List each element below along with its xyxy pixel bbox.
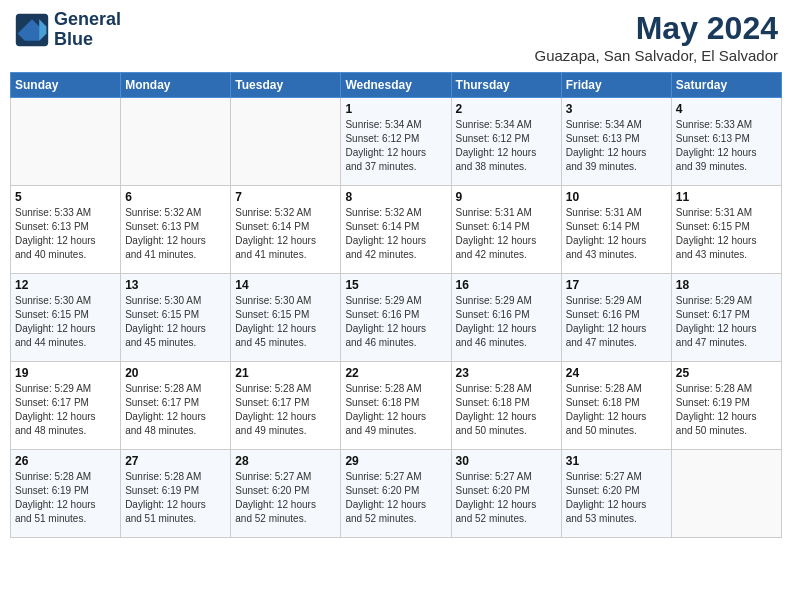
day-number: 29: [345, 454, 446, 468]
day-info: Sunrise: 5:29 AM Sunset: 6:16 PM Dayligh…: [456, 294, 557, 350]
day-info: Sunrise: 5:27 AM Sunset: 6:20 PM Dayligh…: [456, 470, 557, 526]
day-number: 31: [566, 454, 667, 468]
calendar-cell: 31Sunrise: 5:27 AM Sunset: 6:20 PM Dayli…: [561, 450, 671, 538]
logo: General Blue: [14, 10, 121, 50]
day-number: 19: [15, 366, 116, 380]
calendar-cell: 24Sunrise: 5:28 AM Sunset: 6:18 PM Dayli…: [561, 362, 671, 450]
calendar-cell: 4Sunrise: 5:33 AM Sunset: 6:13 PM Daylig…: [671, 98, 781, 186]
day-number: 3: [566, 102, 667, 116]
day-number: 4: [676, 102, 777, 116]
calendar-week-row: 5Sunrise: 5:33 AM Sunset: 6:13 PM Daylig…: [11, 186, 782, 274]
calendar-cell: [121, 98, 231, 186]
calendar-cell: 2Sunrise: 5:34 AM Sunset: 6:12 PM Daylig…: [451, 98, 561, 186]
day-info: Sunrise: 5:29 AM Sunset: 6:16 PM Dayligh…: [345, 294, 446, 350]
day-info: Sunrise: 5:28 AM Sunset: 6:17 PM Dayligh…: [125, 382, 226, 438]
day-number: 18: [676, 278, 777, 292]
day-info: Sunrise: 5:27 AM Sunset: 6:20 PM Dayligh…: [566, 470, 667, 526]
day-info: Sunrise: 5:34 AM Sunset: 6:13 PM Dayligh…: [566, 118, 667, 174]
calendar-cell: 25Sunrise: 5:28 AM Sunset: 6:19 PM Dayli…: [671, 362, 781, 450]
calendar-cell: [231, 98, 341, 186]
calendar-week-row: 19Sunrise: 5:29 AM Sunset: 6:17 PM Dayli…: [11, 362, 782, 450]
day-info: Sunrise: 5:31 AM Sunset: 6:14 PM Dayligh…: [456, 206, 557, 262]
calendar-cell: 5Sunrise: 5:33 AM Sunset: 6:13 PM Daylig…: [11, 186, 121, 274]
calendar-cell: 27Sunrise: 5:28 AM Sunset: 6:19 PM Dayli…: [121, 450, 231, 538]
title-block: May 2024 Guazapa, San Salvador, El Salva…: [535, 10, 779, 64]
calendar-cell: 30Sunrise: 5:27 AM Sunset: 6:20 PM Dayli…: [451, 450, 561, 538]
calendar-cell: 1Sunrise: 5:34 AM Sunset: 6:12 PM Daylig…: [341, 98, 451, 186]
weekday-header: Wednesday: [341, 73, 451, 98]
day-info: Sunrise: 5:28 AM Sunset: 6:19 PM Dayligh…: [15, 470, 116, 526]
day-info: Sunrise: 5:32 AM Sunset: 6:14 PM Dayligh…: [235, 206, 336, 262]
calendar-cell: 7Sunrise: 5:32 AM Sunset: 6:14 PM Daylig…: [231, 186, 341, 274]
day-number: 14: [235, 278, 336, 292]
day-info: Sunrise: 5:28 AM Sunset: 6:18 PM Dayligh…: [345, 382, 446, 438]
day-info: Sunrise: 5:28 AM Sunset: 6:17 PM Dayligh…: [235, 382, 336, 438]
day-number: 24: [566, 366, 667, 380]
day-number: 8: [345, 190, 446, 204]
day-info: Sunrise: 5:34 AM Sunset: 6:12 PM Dayligh…: [456, 118, 557, 174]
day-info: Sunrise: 5:28 AM Sunset: 6:18 PM Dayligh…: [456, 382, 557, 438]
weekday-header: Friday: [561, 73, 671, 98]
day-info: Sunrise: 5:31 AM Sunset: 6:14 PM Dayligh…: [566, 206, 667, 262]
calendar-cell: 23Sunrise: 5:28 AM Sunset: 6:18 PM Dayli…: [451, 362, 561, 450]
day-info: Sunrise: 5:34 AM Sunset: 6:12 PM Dayligh…: [345, 118, 446, 174]
day-number: 23: [456, 366, 557, 380]
day-info: Sunrise: 5:32 AM Sunset: 6:14 PM Dayligh…: [345, 206, 446, 262]
day-info: Sunrise: 5:32 AM Sunset: 6:13 PM Dayligh…: [125, 206, 226, 262]
day-number: 15: [345, 278, 446, 292]
day-number: 17: [566, 278, 667, 292]
calendar-table: SundayMondayTuesdayWednesdayThursdayFrid…: [10, 72, 782, 538]
day-info: Sunrise: 5:30 AM Sunset: 6:15 PM Dayligh…: [235, 294, 336, 350]
day-number: 6: [125, 190, 226, 204]
day-number: 1: [345, 102, 446, 116]
weekday-header: Tuesday: [231, 73, 341, 98]
day-info: Sunrise: 5:27 AM Sunset: 6:20 PM Dayligh…: [345, 470, 446, 526]
day-number: 16: [456, 278, 557, 292]
day-number: 25: [676, 366, 777, 380]
calendar-cell: 3Sunrise: 5:34 AM Sunset: 6:13 PM Daylig…: [561, 98, 671, 186]
day-number: 27: [125, 454, 226, 468]
calendar-cell: 26Sunrise: 5:28 AM Sunset: 6:19 PM Dayli…: [11, 450, 121, 538]
calendar-cell: 13Sunrise: 5:30 AM Sunset: 6:15 PM Dayli…: [121, 274, 231, 362]
day-number: 28: [235, 454, 336, 468]
location-title: Guazapa, San Salvador, El Salvador: [535, 47, 779, 64]
day-info: Sunrise: 5:28 AM Sunset: 6:18 PM Dayligh…: [566, 382, 667, 438]
weekday-header: Sunday: [11, 73, 121, 98]
calendar-week-row: 12Sunrise: 5:30 AM Sunset: 6:15 PM Dayli…: [11, 274, 782, 362]
day-number: 2: [456, 102, 557, 116]
day-number: 26: [15, 454, 116, 468]
weekday-header: Saturday: [671, 73, 781, 98]
calendar-cell: [11, 98, 121, 186]
day-info: Sunrise: 5:29 AM Sunset: 6:17 PM Dayligh…: [676, 294, 777, 350]
day-info: Sunrise: 5:31 AM Sunset: 6:15 PM Dayligh…: [676, 206, 777, 262]
calendar-cell: 9Sunrise: 5:31 AM Sunset: 6:14 PM Daylig…: [451, 186, 561, 274]
calendar-cell: 12Sunrise: 5:30 AM Sunset: 6:15 PM Dayli…: [11, 274, 121, 362]
day-info: Sunrise: 5:30 AM Sunset: 6:15 PM Dayligh…: [125, 294, 226, 350]
page-header: General Blue May 2024 Guazapa, San Salva…: [10, 10, 782, 64]
day-number: 9: [456, 190, 557, 204]
calendar-cell: 21Sunrise: 5:28 AM Sunset: 6:17 PM Dayli…: [231, 362, 341, 450]
calendar-cell: 20Sunrise: 5:28 AM Sunset: 6:17 PM Dayli…: [121, 362, 231, 450]
calendar-cell: 15Sunrise: 5:29 AM Sunset: 6:16 PM Dayli…: [341, 274, 451, 362]
calendar-cell: 6Sunrise: 5:32 AM Sunset: 6:13 PM Daylig…: [121, 186, 231, 274]
day-info: Sunrise: 5:29 AM Sunset: 6:17 PM Dayligh…: [15, 382, 116, 438]
calendar-cell: 22Sunrise: 5:28 AM Sunset: 6:18 PM Dayli…: [341, 362, 451, 450]
day-number: 20: [125, 366, 226, 380]
calendar-cell: 11Sunrise: 5:31 AM Sunset: 6:15 PM Dayli…: [671, 186, 781, 274]
day-number: 7: [235, 190, 336, 204]
calendar-cell: [671, 450, 781, 538]
calendar-week-row: 26Sunrise: 5:28 AM Sunset: 6:19 PM Dayli…: [11, 450, 782, 538]
weekday-header: Thursday: [451, 73, 561, 98]
calendar-cell: 16Sunrise: 5:29 AM Sunset: 6:16 PM Dayli…: [451, 274, 561, 362]
day-number: 5: [15, 190, 116, 204]
calendar-cell: 28Sunrise: 5:27 AM Sunset: 6:20 PM Dayli…: [231, 450, 341, 538]
logo-icon: [14, 12, 50, 48]
day-number: 11: [676, 190, 777, 204]
day-info: Sunrise: 5:30 AM Sunset: 6:15 PM Dayligh…: [15, 294, 116, 350]
calendar-cell: 17Sunrise: 5:29 AM Sunset: 6:16 PM Dayli…: [561, 274, 671, 362]
day-number: 13: [125, 278, 226, 292]
calendar-cell: 19Sunrise: 5:29 AM Sunset: 6:17 PM Dayli…: [11, 362, 121, 450]
day-info: Sunrise: 5:27 AM Sunset: 6:20 PM Dayligh…: [235, 470, 336, 526]
calendar-cell: 8Sunrise: 5:32 AM Sunset: 6:14 PM Daylig…: [341, 186, 451, 274]
day-info: Sunrise: 5:28 AM Sunset: 6:19 PM Dayligh…: [125, 470, 226, 526]
